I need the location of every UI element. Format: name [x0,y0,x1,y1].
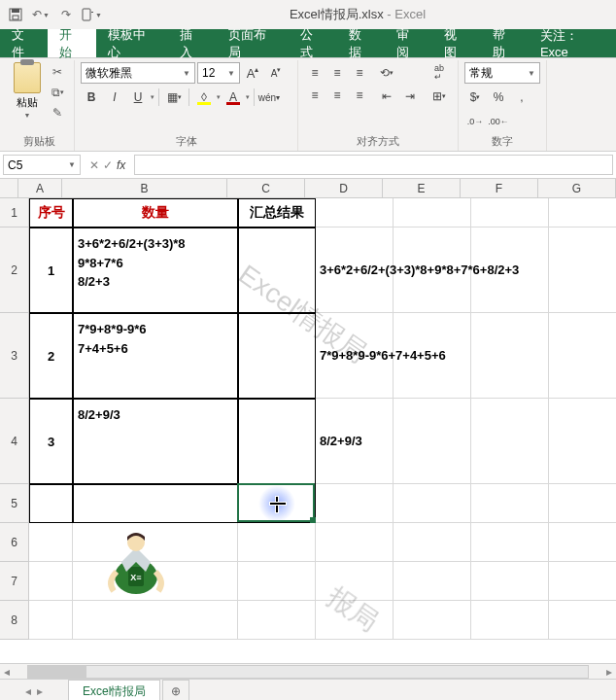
col-header-C[interactable]: C [227,179,305,198]
cell-D5[interactable] [316,484,394,523]
sheet-nav[interactable]: ◂▸ [0,680,68,700]
row-header-5[interactable]: 5 [0,484,29,523]
cell-A4[interactable]: 3 [29,399,73,484]
cell-G3[interactable] [549,313,616,399]
cell-D8[interactable] [316,601,394,640]
cell-C3[interactable] [238,313,316,399]
tab-review[interactable]: 审阅 [385,29,432,57]
cell-D3[interactable]: 7*9+8*9-9*6+7+4+5+6 [316,313,394,399]
cell-E7[interactable] [394,562,471,601]
cell-A7[interactable] [29,562,73,601]
cancel-formula-icon[interactable]: ✕ [89,158,99,172]
fx-icon[interactable]: fx [117,158,125,172]
underline-button[interactable]: U [127,87,149,108]
bold-button[interactable]: B [81,87,102,108]
cut-icon[interactable]: ✂ [47,62,68,82]
touch-mode-icon[interactable]: ▼ [80,3,103,26]
tab-file[interactable]: 文件 [0,29,48,57]
decrease-decimal-icon[interactable]: .00← [488,111,509,132]
cell-A5[interactable] [29,484,73,523]
cell-G5[interactable] [549,484,616,523]
cell-B1[interactable]: 数量 [73,198,238,228]
cell-C6[interactable] [238,523,316,562]
cell-F7[interactable] [471,562,549,601]
cell-C2[interactable] [238,228,316,313]
cell-G2[interactable] [549,228,616,313]
tab-help[interactable]: 帮助 [481,29,529,57]
tab-follow-link[interactable]: 关注：Exce [529,29,616,57]
save-icon[interactable] [4,3,27,26]
number-format-combo[interactable]: 常规▼ [464,62,540,84]
cell-B4[interactable]: 8/2+9/3 [73,399,238,484]
cell-D1[interactable] [316,198,394,228]
align-right-icon[interactable]: ≡ [349,85,370,106]
cell-E5[interactable] [394,484,471,523]
increase-indent-icon[interactable]: ⇥ [399,86,421,107]
cell-F6[interactable] [471,523,549,562]
cell-B8[interactable] [73,601,238,640]
shrink-font-icon[interactable]: A▾ [265,62,287,84]
formula-input[interactable] [134,155,613,175]
cell-F5[interactable] [471,484,549,523]
row-header-6[interactable]: 6 [0,523,29,562]
tab-data[interactable]: 数据 [337,29,385,57]
name-box[interactable]: C5▼ [3,155,81,175]
cell-B3[interactable]: 7*9+8*9-9*67+4+5+6 [73,313,238,399]
cell-B5[interactable] [73,484,238,523]
col-header-G[interactable]: G [538,179,616,198]
decrease-indent-icon[interactable]: ⇤ [376,86,397,107]
col-header-B[interactable]: B [62,179,227,198]
redo-icon[interactable]: ↷ [54,3,78,26]
merge-icon[interactable]: ⊞▾ [427,86,452,107]
undo-icon[interactable]: ↶▼ [29,3,52,26]
sheet-tab-active[interactable]: Excel情报局 [68,680,160,700]
cell-G8[interactable] [549,601,616,640]
orientation-icon[interactable]: ⟲▾ [376,62,397,84]
cell-G4[interactable] [549,399,616,484]
cell-E1[interactable] [394,198,471,228]
cell-D7[interactable] [316,562,394,601]
cell-F3[interactable] [471,313,549,399]
col-header-A[interactable]: A [18,179,62,198]
align-left-icon[interactable]: ≡ [304,85,325,106]
tab-insert[interactable]: 插入 [168,29,216,57]
increase-decimal-icon[interactable]: .0→ [464,111,486,132]
row-header-3[interactable]: 3 [0,313,29,399]
row-header-4[interactable]: 4 [0,399,29,484]
fill-color-icon[interactable]: ◊ [193,87,215,108]
align-center-icon[interactable]: ≡ [326,85,348,106]
align-top-icon[interactable]: ≡ [304,62,325,84]
row-header-1[interactable]: 1 [0,198,29,228]
cell-A2[interactable]: 1 [29,228,73,313]
cell-D4[interactable]: 8/2+9/3 [316,399,394,484]
cell-D2[interactable]: 3+6*2+6/2+(3+3)*8+9*8+7*6+8/2+3 [316,228,394,313]
cell-F8[interactable] [471,601,549,640]
row-header-7[interactable]: 7 [0,562,29,601]
cell-E8[interactable] [394,601,471,640]
cell-G6[interactable] [549,523,616,562]
row-header-8[interactable]: 8 [0,601,29,640]
grow-font-icon[interactable]: A▴ [242,62,263,84]
font-size-combo[interactable]: 12▼ [197,62,240,84]
spreadsheet-grid[interactable]: ABCDEFG 12345678 序号数量汇总结果13+6*2+6/2+(3+3… [0,179,616,663]
cell-C8[interactable] [238,601,316,640]
tab-template[interactable]: 模板中心 [96,29,169,57]
format-painter-icon[interactable]: ✎ [47,103,68,122]
paste-button[interactable]: 粘贴 ▼ [10,62,45,119]
horizontal-scrollbar[interactable]: ◂ ▸ [0,663,616,679]
cell-G1[interactable] [549,198,616,228]
cell-G7[interactable] [549,562,616,601]
align-middle-icon[interactable]: ≡ [326,62,348,84]
italic-button[interactable]: I [104,87,125,108]
align-bottom-icon[interactable]: ≡ [349,62,370,84]
font-color-icon[interactable]: A [222,87,244,108]
tab-view[interactable]: 视图 [432,29,480,57]
cell-E4[interactable] [394,399,471,484]
cell-B2[interactable]: 3+6*2+6/2+(3+3)*89*8+7*68/2+3 [73,228,238,313]
cell-D6[interactable] [316,523,394,562]
col-header-F[interactable]: F [461,179,538,198]
cell-C1[interactable]: 汇总结果 [238,198,316,228]
tab-home[interactable]: 开始 [48,29,95,57]
cell-C7[interactable] [238,562,316,601]
add-sheet-button[interactable]: ⊕ [162,680,189,700]
